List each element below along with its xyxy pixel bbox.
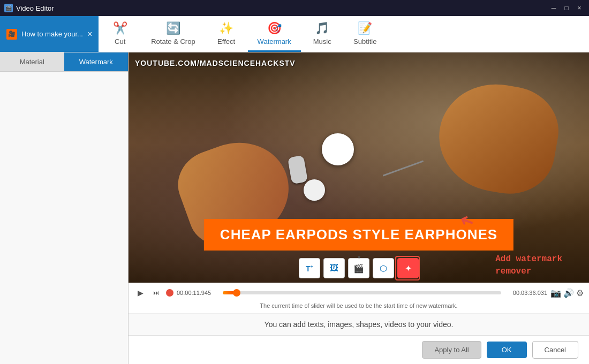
toolbar: 🎥 How to make your... × ✂️ Cut 🔄 Rotate … [0,16,589,52]
project-icon: 🎥 [6,29,17,40]
sidebar-content [0,72,128,364]
volume-icon[interactable]: 🔊 [563,288,574,298]
project-tab-close[interactable]: × [87,29,92,39]
add-video-button[interactable]: ▾ 🎬 [348,258,369,278]
tab-effect-label: Effect [217,37,235,46]
info-bar: You can add texts, images, shapes, video… [129,313,589,335]
add-video-icon: 🎬 [353,263,364,274]
info-text: You can add texts, images, shapes, video… [265,320,454,329]
earphone-main [322,133,354,165]
video-url-watermark: YOUTUBE.COM/MADSCIENCEHACKSTV [135,59,296,67]
tab-watermark[interactable]: 🎯 Watermark [248,16,301,52]
main-area: Material Watermark YOUTUBE.COM/MADSCIENC… [0,52,589,364]
tab-rotate-label: Rotate & Crop [151,37,195,46]
video-player[interactable]: YOUTUBE.COM/MADSCIENCEHACKSTV CHEAP EARP… [129,52,589,283]
add-shape-icon: ⬡ [380,263,387,274]
tab-watermark-label: Watermark [258,37,291,46]
video-frame: YOUTUBE.COM/MADSCIENCEHACKSTV CHEAP EARP… [129,52,589,283]
music-icon: 🎵 [315,21,329,35]
minimize-button[interactable]: ─ [548,3,559,13]
settings-icon[interactable]: ⚙ [576,288,584,298]
add-image-button[interactable]: 🖼 [323,258,345,278]
cancel-button[interactable]: Cancel [532,341,578,359]
tab-subtitle[interactable]: 📝 Subtitle [344,16,387,52]
title-bar: 🎬 Video Editor ─ □ × [0,0,589,16]
add-image-icon: 🖼 [330,263,338,273]
project-tab-title: How to make your... [21,30,83,38]
watermark-icons-bar: T+ 🖼 ▾ 🎬 ⬡ ✦ [299,258,419,278]
maximize-button[interactable]: □ [561,3,572,13]
app-title: Video Editor [16,4,54,12]
volume-controls: 📷 🔊 ⚙ [550,288,584,298]
sidebar: Material Watermark [0,52,129,364]
tab-music-label: Music [313,37,331,46]
add-remover-button[interactable]: ✦ [397,258,419,278]
tab-music[interactable]: 🎵 Music [301,16,344,52]
sidebar-tabs: Material Watermark [0,52,128,72]
tab-effect[interactable]: ✨ Effect [205,16,248,52]
ok-button[interactable]: OK [487,342,527,358]
progress-thumb[interactable] [233,289,240,297]
window-controls: ─ □ × [548,3,585,13]
watermark-icon: 🎯 [267,21,282,35]
subtitle-icon: 📝 [358,21,372,35]
add-text-button[interactable]: T+ [299,258,320,278]
tab-cut-label: Cut [115,37,125,46]
video-title-overlay: CHEAP EARPODS STYLE EARPHONES [204,219,514,251]
add-text-icon: T+ [306,264,313,273]
current-time: 00:00:11.945 [177,290,220,296]
tab-subtitle-label: Subtitle [353,37,376,46]
sidebar-tab-material[interactable]: Material [0,52,64,71]
add-shape-button[interactable]: ⬡ [373,258,394,278]
record-button[interactable] [166,289,173,297]
tab-rotate[interactable]: 🔄 Rotate & Crop [141,16,205,52]
play-button[interactable]: ▶ [134,286,147,299]
bottom-bar: Apply to All OK Cancel [129,335,589,364]
timeline-hint: The current time of slider will be used … [134,301,584,310]
content-area: YOUTUBE.COM/MADSCIENCEHACKSTV CHEAP EARP… [129,52,589,364]
add-remover-icon: ✦ [405,263,412,274]
total-time: 00:03:36.031 [504,290,547,296]
sidebar-tab-watermark[interactable]: Watermark [64,52,129,71]
timeline-controls: ▶ ⏭ 00:00:11.945 00:03:36.031 📷 🔊 ⚙ [134,286,584,299]
rotate-icon: 🔄 [166,21,180,35]
drop-indicator: ▾ [358,254,360,260]
app-icon: 🎬 [4,4,13,12]
progress-track[interactable] [223,291,501,294]
effect-icon: ✨ [219,21,233,35]
close-button[interactable]: × [574,3,585,13]
camera-icon[interactable]: 📷 [550,288,561,298]
apply-to-all-button[interactable]: Apply to All [422,341,481,359]
earphone-secondary [304,179,325,201]
cut-icon: ✂️ [113,21,127,35]
step-forward-button[interactable]: ⏭ [150,286,163,299]
timeline-area: ▶ ⏭ 00:00:11.945 00:03:36.031 📷 🔊 ⚙ The … [129,283,589,313]
tab-cut[interactable]: ✂️ Cut [99,16,141,52]
